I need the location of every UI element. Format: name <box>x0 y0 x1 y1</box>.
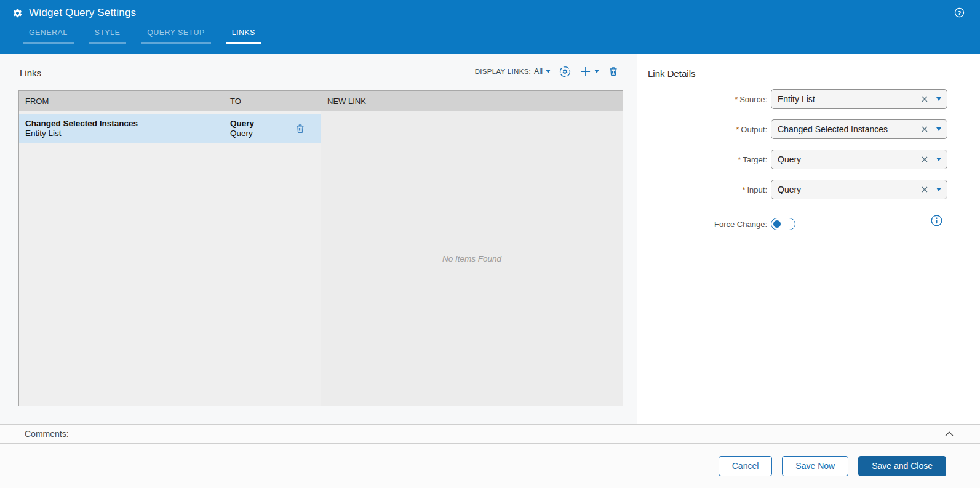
link-details-title: Link Details <box>648 68 696 79</box>
source-field-row: *Source: Entity List <box>637 89 947 110</box>
save-now-button[interactable]: Save Now <box>782 456 848 476</box>
tab-links[interactable]: LINKS <box>226 28 261 44</box>
footer-bar: Cancel Save Now Save and Close <box>0 444 980 488</box>
settings-gear-icon <box>12 8 23 18</box>
chevron-down-icon <box>546 70 551 73</box>
dialog-header: Widget Query Settings ? GENERAL STYLE QU… <box>0 0 980 54</box>
link-details-panel: Link Details *Source: Entity List *Outpu… <box>637 54 980 424</box>
link-from-output: Changed Selected Instances <box>25 119 230 129</box>
new-link-body: No Items Found <box>321 111 623 406</box>
tab-style[interactable]: STYLE <box>89 28 127 44</box>
tab-query-setup[interactable]: QUERY SETUP <box>141 28 211 44</box>
clear-icon[interactable] <box>920 155 929 164</box>
cancel-button[interactable]: Cancel <box>719 456 773 476</box>
chevron-down-icon[interactable] <box>936 188 941 191</box>
auto-link-settings-icon[interactable] <box>559 66 571 78</box>
display-links-label: DISPLAY LINKS: <box>475 68 531 75</box>
force-change-label: Force Change: <box>637 220 771 229</box>
force-change-row: Force Change: <box>637 214 795 234</box>
input-dropdown[interactable]: Query <box>771 180 947 199</box>
clear-icon[interactable] <box>920 185 929 194</box>
chevron-down-icon[interactable] <box>936 158 941 161</box>
links-toolbar: DISPLAY LINKS: All <box>475 63 619 79</box>
titlebar: Widget Query Settings ? <box>0 0 980 26</box>
plus-icon <box>580 65 592 78</box>
target-field-row: *Target: Query <box>637 149 947 170</box>
display-links-dropdown[interactable]: DISPLAY LINKS: All <box>475 67 551 76</box>
column-header-to: TO <box>230 97 321 106</box>
output-value: Changed Selected Instances <box>778 124 920 134</box>
link-row-actions <box>279 123 321 134</box>
output-field-row: *Output: Changed Selected Instances <box>637 119 947 140</box>
delete-link-icon[interactable] <box>608 66 619 77</box>
input-field-row: *Input: Query <box>637 179 947 200</box>
no-items-found-text: No Items Found <box>442 254 501 263</box>
clear-icon[interactable] <box>920 125 929 134</box>
new-link-pane: NEW LINK No Items Found <box>321 91 623 406</box>
input-value: Query <box>778 185 920 194</box>
save-and-close-button[interactable]: Save and Close <box>858 456 946 476</box>
source-label: *Source: <box>637 95 771 104</box>
required-marker: * <box>742 185 745 194</box>
links-section-title: Links <box>20 68 41 78</box>
toggle-knob <box>773 220 781 228</box>
chevron-down-icon <box>594 70 599 73</box>
link-from-cell: Changed Selected Instances Entity List <box>19 119 230 138</box>
links-list-body <box>19 143 321 406</box>
link-to-target: Query <box>230 129 279 138</box>
info-icon[interactable] <box>930 214 943 227</box>
content-area: Links DISPLAY LINKS: All FROM TO Changed <box>0 54 980 424</box>
output-label: *Output: <box>637 125 771 134</box>
input-label: *Input: <box>637 185 771 194</box>
comments-bar: Comments: <box>0 424 980 444</box>
link-to-input: Query <box>230 119 279 129</box>
existing-links-pane: FROM TO Changed Selected Instances Entit… <box>19 91 321 406</box>
clear-icon[interactable] <box>920 95 929 103</box>
column-header-from: FROM <box>19 97 230 106</box>
output-dropdown[interactable]: Changed Selected Instances <box>771 119 947 139</box>
chevron-down-icon[interactable] <box>936 127 941 131</box>
link-from-source: Entity List <box>25 129 230 138</box>
tab-general[interactable]: GENERAL <box>23 28 74 44</box>
dialog-title: Widget Query Settings <box>29 7 136 19</box>
link-to-cell: Query Query <box>230 119 279 138</box>
column-header-new-link: NEW LINK <box>321 97 366 106</box>
links-table: FROM TO Changed Selected Instances Entit… <box>18 90 623 406</box>
svg-text:?: ? <box>958 10 962 16</box>
target-value: Query <box>778 154 920 164</box>
add-link-button[interactable] <box>580 65 599 78</box>
force-change-toggle[interactable] <box>771 218 795 230</box>
required-marker: * <box>738 155 741 164</box>
link-table-row[interactable]: Changed Selected Instances Entity List Q… <box>19 114 321 143</box>
display-links-value: All <box>534 67 543 76</box>
required-marker: * <box>735 95 738 104</box>
links-table-header: FROM TO <box>19 91 321 111</box>
comments-label: Comments: <box>25 429 69 439</box>
help-icon[interactable]: ? <box>954 7 965 18</box>
new-link-header: NEW LINK <box>321 91 623 111</box>
source-value: Entity List <box>778 94 920 104</box>
target-dropdown[interactable]: Query <box>771 150 947 169</box>
source-dropdown[interactable]: Entity List <box>771 89 947 109</box>
required-marker: * <box>736 125 739 134</box>
tab-bar: GENERAL STYLE QUERY SETUP LINKS <box>23 28 980 44</box>
target-label: *Target: <box>637 155 771 164</box>
delete-row-icon[interactable] <box>295 123 306 134</box>
chevron-up-icon[interactable] <box>943 428 955 441</box>
chevron-down-icon[interactable] <box>936 97 941 101</box>
